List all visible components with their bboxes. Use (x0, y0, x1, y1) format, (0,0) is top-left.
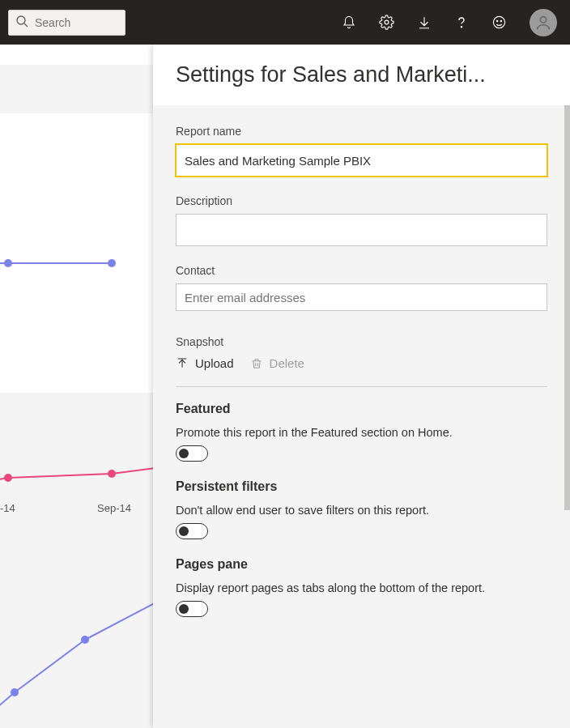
upload-icon (176, 357, 189, 370)
svg-point-2 (385, 20, 389, 24)
pages-title: Pages pane (176, 557, 547, 572)
svg-point-10 (108, 259, 116, 267)
contact-input[interactable] (176, 283, 547, 311)
axis-label: -14 (0, 502, 15, 514)
svg-point-9 (4, 259, 12, 267)
avatar[interactable] (530, 9, 557, 36)
search-icon (15, 15, 28, 31)
persistent-desc: Don't allow end user to save filters on … (176, 504, 547, 517)
persistent-title: Persistent filters (176, 479, 547, 494)
persistent-toggle[interactable] (176, 523, 208, 539)
featured-title: Featured (176, 402, 547, 416)
panel-title: Settings for Sales and Marketi... (176, 62, 547, 87)
svg-point-5 (496, 20, 497, 21)
delete-button: Delete (250, 356, 304, 370)
upload-label: Upload (195, 356, 234, 370)
topbar-icons (342, 9, 562, 36)
report-name-label: Report name (176, 125, 547, 138)
description-input[interactable] (176, 214, 547, 246)
notifications-icon[interactable] (342, 15, 356, 30)
svg-point-0 (17, 16, 25, 24)
upload-button[interactable]: Upload (176, 356, 234, 370)
search-input[interactable] (35, 16, 118, 29)
pages-toggle[interactable] (176, 601, 208, 617)
settings-icon[interactable] (379, 15, 394, 30)
panel-header: Settings for Sales and Marketi... (153, 45, 570, 105)
scrollbar[interactable] (564, 105, 570, 510)
panel-body[interactable]: Report name Description Contact Snapshot… (153, 105, 570, 728)
delete-label: Delete (270, 356, 304, 370)
report-name-input[interactable] (176, 144, 547, 177)
delete-icon (250, 357, 263, 370)
snapshot-label: Snapshot (176, 335, 547, 348)
description-label: Description (176, 194, 547, 207)
axis-label: Sep-14 (97, 502, 131, 514)
background-report: -14 Sep-14 (0, 45, 154, 728)
divider (176, 386, 547, 387)
svg-point-6 (500, 20, 501, 21)
feedback-icon[interactable] (491, 15, 507, 30)
contact-label: Contact (176, 264, 547, 277)
settings-panel: Settings for Sales and Marketi... Report… (153, 45, 570, 728)
featured-desc: Promote this report in the Featured sect… (176, 426, 547, 439)
featured-toggle[interactable] (176, 445, 208, 462)
download-icon[interactable] (417, 15, 432, 30)
pages-desc: Display report pages as tabs along the b… (176, 581, 547, 594)
svg-point-7 (540, 16, 546, 22)
svg-line-1 (24, 23, 28, 27)
help-icon[interactable] (454, 15, 469, 30)
top-bar (0, 0, 570, 45)
svg-point-3 (461, 26, 462, 27)
search-box[interactable] (8, 10, 125, 36)
svg-point-4 (493, 16, 504, 28)
